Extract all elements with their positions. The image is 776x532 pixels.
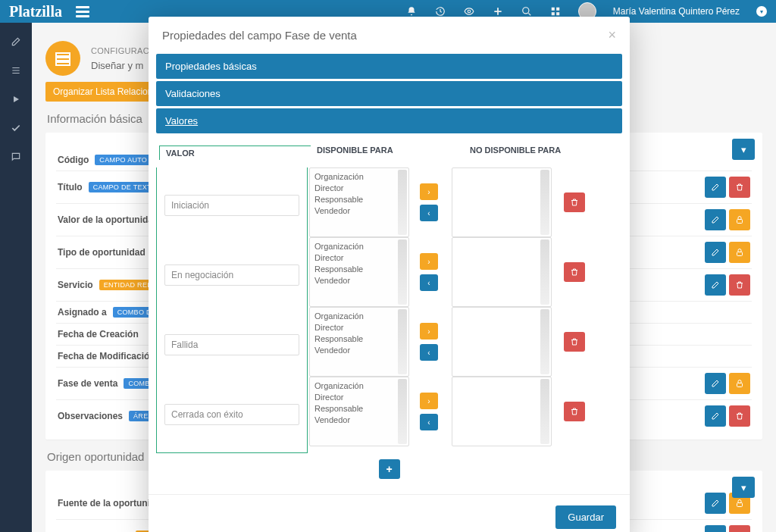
unavailable-roles-list[interactable]: [452, 377, 552, 446]
move-right-button[interactable]: ›: [420, 393, 438, 409]
edit-button[interactable]: [705, 405, 726, 427]
field-properties-modal: Propiedades del campo Fase de venta × Pr…: [149, 17, 630, 532]
move-right-button[interactable]: ›: [420, 323, 438, 340]
svg-rect-7: [56, 58, 70, 61]
delete-value-button[interactable]: [564, 262, 585, 282]
role-option[interactable]: Responsable: [314, 264, 404, 275]
svg-rect-8: [56, 62, 70, 65]
available-roles-list[interactable]: OrganizaciónDirectorResponsableVendedor: [309, 307, 409, 377]
plus-icon[interactable]: [492, 5, 504, 17]
available-roles-list[interactable]: OrganizaciónDirectorResponsableVendedor: [309, 167, 409, 237]
eye-icon[interactable]: [463, 5, 475, 17]
role-option[interactable]: Vendedor: [314, 205, 404, 217]
accordion-basic[interactable]: Propiedades básicas: [156, 54, 622, 79]
svg-rect-9: [737, 220, 743, 224]
role-option[interactable]: Director: [314, 183, 404, 194]
svg-point-0: [468, 10, 471, 13]
move-left-button[interactable]: ‹: [420, 414, 438, 430]
role-option[interactable]: Responsable: [314, 333, 404, 345]
add-value-button[interactable]: +: [379, 459, 400, 479]
chat-icon[interactable]: [9, 150, 23, 164]
organize-list-button[interactable]: Organizar Lista Relacion: [45, 82, 160, 102]
edit-button[interactable]: [705, 525, 726, 532]
accordion-values[interactable]: Valores: [156, 108, 622, 133]
value-input[interactable]: [164, 264, 299, 286]
edit-icon[interactable]: [9, 35, 23, 49]
menu-toggle[interactable]: [76, 6, 89, 17]
role-option[interactable]: Director: [314, 392, 404, 403]
move-left-button[interactable]: ‹: [420, 344, 438, 361]
role-option[interactable]: Director: [314, 322, 404, 333]
role-option[interactable]: Vendedor: [314, 345, 404, 356]
role-option[interactable]: Organización: [314, 241, 404, 252]
search-icon[interactable]: [521, 5, 533, 17]
lock-button[interactable]: [729, 209, 750, 230]
th-disponible: DISPONIBLE PARA: [311, 146, 455, 160]
role-option[interactable]: Vendedor: [314, 275, 404, 286]
move-left-button[interactable]: ‹: [420, 274, 438, 291]
svg-rect-4: [552, 12, 555, 15]
history-icon[interactable]: [434, 5, 446, 17]
unavailable-roles-list[interactable]: [452, 307, 552, 377]
delete-button[interactable]: [729, 177, 750, 198]
unavailable-roles-list[interactable]: [452, 237, 552, 307]
field-name: Observaciones: [58, 411, 123, 421]
lock-button[interactable]: [729, 242, 750, 263]
svg-rect-5: [556, 12, 559, 15]
delete-value-button[interactable]: [564, 192, 585, 212]
delete-value-button[interactable]: [564, 332, 585, 352]
grid-icon[interactable]: [549, 5, 562, 17]
field-name: Código: [58, 155, 89, 165]
edit-button[interactable]: [705, 493, 726, 514]
field-name: Servicio: [58, 280, 93, 290]
section-toggle[interactable]: ▾: [732, 477, 755, 498]
unavailable-roles-list[interactable]: [452, 167, 552, 237]
play-icon[interactable]: [9, 92, 23, 106]
check-icon[interactable]: [9, 121, 23, 135]
svg-rect-2: [552, 8, 555, 11]
move-right-button[interactable]: ›: [420, 183, 438, 200]
svg-rect-12: [737, 503, 743, 507]
move-left-button[interactable]: ‹: [420, 205, 438, 221]
available-roles-list[interactable]: OrganizaciónDirectorResponsableVendedor: [309, 237, 409, 307]
delete-button[interactable]: [729, 525, 750, 532]
edit-button[interactable]: [705, 373, 726, 394]
svg-rect-6: [56, 53, 70, 56]
role-option[interactable]: Organización: [314, 380, 404, 392]
role-option[interactable]: Organización: [314, 171, 404, 183]
field-name: Tipo de oportunidad: [58, 247, 146, 258]
section-toggle[interactable]: ▾: [732, 139, 755, 160]
role-option[interactable]: Director: [314, 252, 404, 264]
bell-icon[interactable]: [405, 5, 418, 17]
svg-rect-11: [737, 383, 743, 387]
edit-button[interactable]: [705, 209, 726, 230]
accordion-validations[interactable]: Validaciones: [156, 81, 622, 106]
list-icon[interactable]: [9, 64, 23, 77]
value-input[interactable]: [164, 195, 299, 216]
role-option[interactable]: Responsable: [314, 194, 404, 205]
brand-logo: Platzilla: [9, 3, 62, 20]
available-roles-list[interactable]: OrganizaciónDirectorResponsableVendedor: [309, 377, 409, 446]
edit-button[interactable]: [705, 274, 726, 296]
field-name: Título: [58, 182, 83, 192]
svg-rect-3: [556, 8, 559, 11]
role-option[interactable]: Vendedor: [314, 415, 404, 426]
th-nodisponible: NO DISPONIBLE PARA: [455, 146, 619, 160]
save-button[interactable]: Guardar: [555, 505, 616, 529]
move-right-button[interactable]: ›: [420, 253, 438, 270]
delete-button[interactable]: [729, 274, 750, 296]
edit-button[interactable]: [705, 242, 726, 263]
edit-button[interactable]: [705, 177, 726, 198]
delete-value-button[interactable]: [564, 402, 585, 421]
value-input[interactable]: [164, 404, 299, 425]
value-input[interactable]: [164, 334, 299, 355]
close-icon[interactable]: ×: [608, 27, 616, 43]
delete-button[interactable]: [729, 405, 750, 427]
user-name: María Valentina Quintero Pérez: [613, 6, 740, 17]
svg-point-1: [523, 8, 529, 14]
svg-rect-10: [737, 252, 743, 256]
role-option[interactable]: Responsable: [314, 403, 404, 415]
role-option[interactable]: Organización: [314, 311, 404, 322]
lock-button[interactable]: [729, 373, 750, 394]
user-menu-toggle[interactable]: ▾: [756, 6, 767, 17]
